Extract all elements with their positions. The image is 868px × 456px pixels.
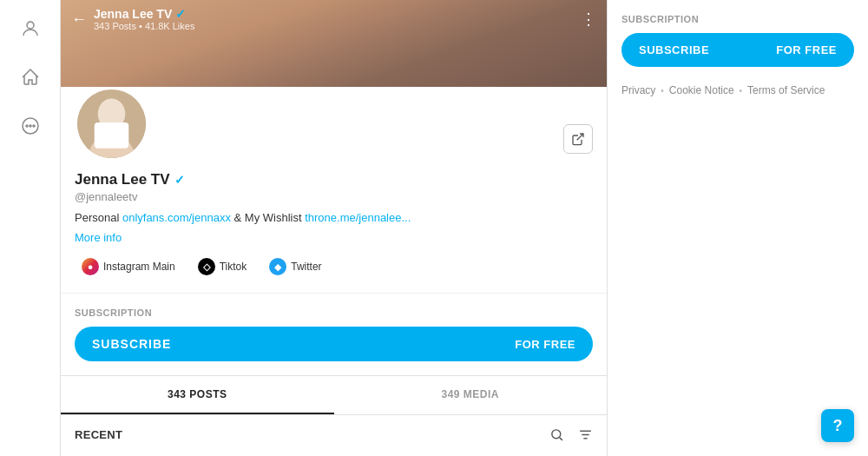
profile-handle: @jennaleetv [75,190,593,203]
terms-link[interactable]: Terms of Service [747,84,825,96]
right-subscription-label: SUBSCRIPTION [621,14,854,24]
verified-check-icon: ✓ [174,173,185,187]
wishlist-link[interactable]: throne.me/jennalee... [305,211,411,224]
instagram-icon: ● [82,258,99,275]
profile-name: Jenna Lee TV ✓ [75,171,593,188]
onlyfans-link[interactable]: onlyfans.com/jennaxx [122,211,231,224]
svg-point-0 [27,22,34,29]
subscription-section: SUBSCRIPTION SUBSCRIBE FOR FREE [61,293,607,375]
svg-point-9 [552,430,561,439]
privacy-link[interactable]: Privacy [621,84,655,96]
more-options-button[interactable]: ⋮ [581,10,596,29]
instagram-link[interactable]: ● Instagram Main [75,254,182,279]
tiktok-link[interactable]: ◇ Tiktok [191,254,254,279]
back-button[interactable]: ← [71,10,87,29]
filter-button[interactable] [578,427,593,442]
profile-bio: Personal onlyfans.com/jennaxx & My Wishl… [75,210,593,226]
left-sidebar [0,0,61,456]
svg-point-4 [33,125,35,127]
main-content: ← Jenna Lee TV ✓ 343 Posts • 41.8K Likes… [61,0,608,456]
verified-icon: ✓ [175,7,186,21]
footer-dot-2: • [740,86,743,96]
svg-point-2 [26,125,28,127]
profile-top-bar: ← Jenna Lee TV ✓ 343 Posts • 41.8K Likes… [61,0,607,38]
tab-media[interactable]: 349 MEDIA [334,376,608,414]
recent-label: RECENT [75,428,122,441]
social-links: ● Instagram Main ◇ Tiktok ◆ Twitter [75,254,593,279]
recent-icons [549,427,593,442]
twitter-link[interactable]: ◆ Twitter [262,254,328,279]
footer-dot-1: • [661,86,664,96]
subscription-label: SUBSCRIPTION [75,307,593,318]
sidebar-icon-messages[interactable] [15,110,46,142]
profile-top-info: Jenna Lee TV ✓ 343 Posts • 41.8K Likes [94,7,581,31]
right-footer-links: Privacy • Cookie Notice • Terms of Servi… [621,84,854,96]
cookie-notice-link[interactable]: Cookie Notice [669,84,734,96]
profile-top-name: Jenna Lee TV ✓ [94,7,581,21]
recent-row: RECENT [61,415,607,454]
tabs-section: 343 POSTS 349 MEDIA RECENT [61,375,607,454]
tabs-row: 343 POSTS 349 MEDIA [61,376,607,415]
avatar-share-row [75,87,593,161]
tab-posts[interactable]: 343 POSTS [61,376,334,414]
svg-rect-8 [95,122,129,149]
subscribe-button[interactable]: SUBSCRIBE FOR FREE [75,327,593,361]
more-info-link[interactable]: More info [75,231,122,244]
sidebar-icon-user[interactable] [15,13,46,44]
profile-section: Jenna Lee TV ✓ @jennaleetv Personal only… [61,87,607,293]
right-panel: SUBSCRIPTION SUBSCRIBE FOR FREE Privacy … [608,0,868,456]
svg-point-3 [30,125,31,127]
sidebar-icon-home[interactable] [15,62,46,93]
search-button[interactable] [549,427,564,442]
tiktok-icon: ◇ [198,258,215,275]
avatar [75,87,148,161]
profile-top-stats: 343 Posts • 41.8K Likes [94,21,581,31]
help-button[interactable]: ? [821,409,854,442]
avatar-image [77,89,146,158]
share-button[interactable] [563,124,593,154]
twitter-icon: ◆ [269,258,286,275]
right-subscribe-button[interactable]: SUBSCRIBE FOR FREE [621,33,854,67]
svg-line-10 [560,438,562,440]
